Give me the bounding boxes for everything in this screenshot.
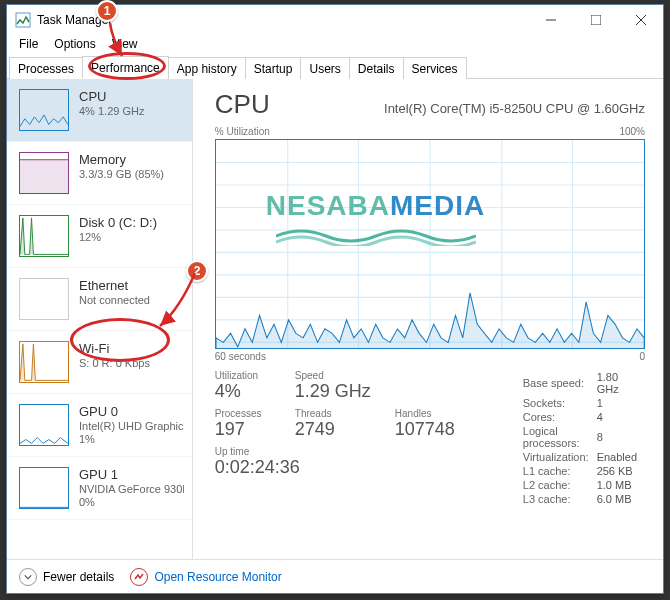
tab-details[interactable]: Details — [349, 57, 404, 79]
chart-axis-top-right: 100% — [619, 126, 645, 137]
menu-file[interactable]: File — [11, 35, 46, 55]
util-label: Utilization — [215, 370, 295, 381]
uptime-value: 0:02:24:36 — [215, 457, 495, 478]
detail-model: Intel(R) Core(TM) i5-8250U CPU @ 1.60GHz — [384, 101, 645, 116]
sidebar: CPU 4% 1.29 GHz Memory 3.3/3.9 GB (85%) — [7, 79, 193, 559]
chart-axis-top-left: % Utilization — [215, 126, 270, 137]
watermark-wave-icon — [276, 226, 476, 246]
handles-label: Handles — [395, 408, 495, 419]
menu-view[interactable]: View — [104, 35, 146, 55]
util-value: 4% — [215, 381, 295, 402]
cpu-specs-table: Base speed:1.80 GHz Sockets:1 Cores:4 Lo… — [523, 370, 645, 506]
sidebar-item-ethernet[interactable]: Ethernet Not connected — [7, 268, 192, 331]
sidebar-item-sub: S: 0 R: 0 Kbps — [79, 357, 150, 370]
sidebar-item-gpu0[interactable]: GPU 0 Intel(R) UHD Graphics 620 1% — [7, 394, 192, 457]
sidebar-item-sub: NVIDIA GeForce 930MX — [79, 483, 184, 496]
uptime-label: Up time — [215, 446, 495, 457]
detail-title: CPU — [215, 89, 270, 120]
tab-startup[interactable]: Startup — [245, 57, 302, 79]
disk-mini-chart-icon — [19, 215, 69, 257]
sidebar-item-sub: 4% 1.29 GHz — [79, 105, 144, 118]
cpu-mini-chart-icon — [19, 89, 69, 131]
tab-services[interactable]: Services — [403, 57, 467, 79]
memory-mini-chart-icon — [19, 152, 69, 194]
resource-monitor-icon — [130, 568, 148, 586]
sidebar-item-label: Wi-Fi — [79, 341, 150, 357]
sidebar-item-sub2: 0% — [79, 496, 184, 509]
cpu-utilization-chart: NESABAMEDIA — [215, 139, 645, 349]
tab-users[interactable]: Users — [300, 57, 349, 79]
sidebar-item-label: CPU — [79, 89, 144, 105]
chart-axis-bot-right: 0 — [639, 351, 645, 362]
close-button[interactable] — [618, 5, 663, 35]
window-title: Task Manager — [37, 13, 528, 27]
tab-performance[interactable]: Performance — [82, 56, 169, 79]
titlebar: Task Manager — [7, 5, 663, 35]
sidebar-item-label: Memory — [79, 152, 164, 168]
sidebar-item-sub: Not connected — [79, 294, 150, 307]
sidebar-item-gpu1[interactable]: GPU 1 NVIDIA GeForce 930MX 0% — [7, 457, 192, 520]
app-icon — [15, 12, 31, 28]
sidebar-item-label: GPU 0 — [79, 404, 184, 420]
fewer-details-button[interactable]: Fewer details — [19, 568, 114, 586]
gpu-mini-chart-icon — [19, 404, 69, 446]
footer: Fewer details Open Resource Monitor — [7, 559, 663, 593]
speed-label: Speed — [295, 370, 395, 381]
sidebar-item-sub: 12% — [79, 231, 157, 244]
processes-label: Processes — [215, 408, 295, 419]
sidebar-item-label: Ethernet — [79, 278, 150, 294]
wifi-mini-chart-icon — [19, 341, 69, 383]
maximize-button[interactable] — [573, 5, 618, 35]
gpu-mini-chart-icon — [19, 467, 69, 509]
chevron-down-icon — [19, 568, 37, 586]
threads-value: 2749 — [295, 419, 395, 440]
tab-processes[interactable]: Processes — [9, 57, 83, 79]
sidebar-item-sub2: 1% — [79, 433, 184, 446]
svg-rect-2 — [591, 15, 601, 25]
speed-value: 1.29 GHz — [295, 381, 395, 402]
sidebar-item-sub: 3.3/3.9 GB (85%) — [79, 168, 164, 181]
threads-label: Threads — [295, 408, 395, 419]
sidebar-item-label: Disk 0 (C: D:) — [79, 215, 157, 231]
sidebar-item-cpu[interactable]: CPU 4% 1.29 GHz — [7, 79, 192, 142]
detail-pane: CPU Intel(R) Core(TM) i5-8250U CPU @ 1.6… — [193, 79, 663, 559]
sidebar-item-disk0[interactable]: Disk 0 (C: D:) 12% — [7, 205, 192, 268]
tabs: Processes Performance App history Startu… — [7, 55, 663, 79]
handles-value: 107748 — [395, 419, 495, 440]
sidebar-item-sub: Intel(R) UHD Graphics 620 — [79, 420, 184, 433]
svg-rect-5 — [20, 160, 68, 194]
ethernet-mini-chart-icon — [19, 278, 69, 320]
sidebar-item-label: GPU 1 — [79, 467, 184, 483]
menubar: File Options View — [7, 35, 663, 55]
tab-app-history[interactable]: App history — [168, 57, 246, 79]
processes-value: 197 — [215, 419, 295, 440]
sidebar-item-wifi[interactable]: Wi-Fi S: 0 R: 0 Kbps — [7, 331, 192, 394]
task-manager-window: Task Manager File Options View Processes… — [6, 4, 664, 594]
open-resource-monitor-link[interactable]: Open Resource Monitor — [130, 568, 281, 586]
menu-options[interactable]: Options — [46, 35, 103, 55]
chart-axis-bot-left: 60 seconds — [215, 351, 266, 362]
sidebar-item-memory[interactable]: Memory 3.3/3.9 GB (85%) — [7, 142, 192, 205]
minimize-button[interactable] — [528, 5, 573, 35]
